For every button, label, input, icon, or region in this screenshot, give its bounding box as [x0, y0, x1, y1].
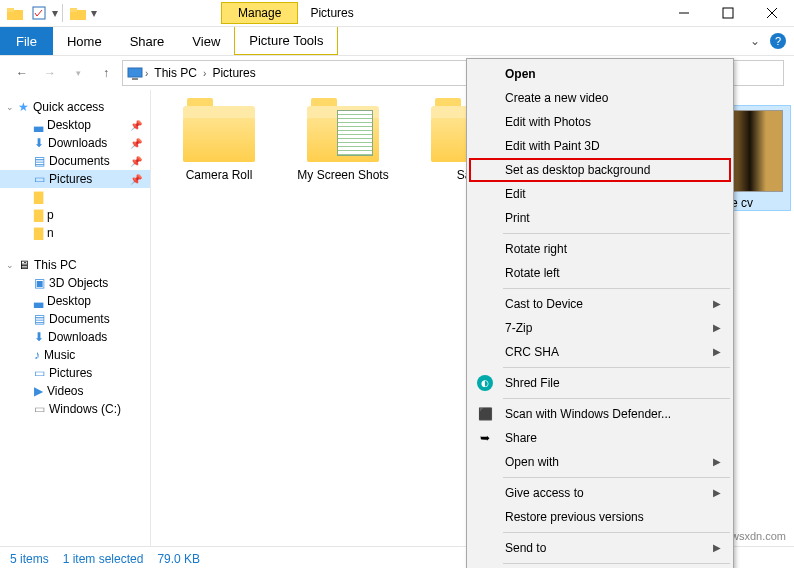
- crumb-this-pc[interactable]: This PC: [150, 64, 201, 82]
- folder-camera-roll[interactable]: Camera Roll: [171, 106, 267, 182]
- chevron-right-icon: ▶: [713, 456, 721, 467]
- download-icon: ⬇: [34, 330, 44, 344]
- label: Desktop: [47, 118, 91, 132]
- label: This PC: [34, 258, 77, 272]
- chevron-right-icon: ▶: [713, 298, 721, 309]
- nav-videos[interactable]: ▶Videos: [0, 382, 150, 400]
- nav-3d-objects[interactable]: ▣3D Objects: [0, 274, 150, 292]
- svg-rect-1: [7, 8, 14, 12]
- new-folder-icon[interactable]: [67, 2, 89, 24]
- ctx-7zip[interactable]: 7-Zip▶: [469, 316, 731, 340]
- separator: [503, 233, 730, 234]
- picture-tools-tab[interactable]: Picture Tools: [234, 27, 338, 55]
- folder-icon: ▇: [34, 208, 43, 222]
- nav-pictures[interactable]: ▭Pictures📌: [0, 170, 150, 188]
- qat-chevron2-icon[interactable]: ▾: [91, 6, 97, 20]
- ctx-cast[interactable]: Cast to Device▶: [469, 292, 731, 316]
- ctx-rotate-right[interactable]: Rotate right: [469, 237, 731, 261]
- label: Documents: [49, 312, 110, 326]
- navigation-pane: ⌄★Quick access ▃Desktop📌 ⬇Downloads📌 ▤Do…: [0, 90, 151, 546]
- star-icon: ★: [18, 100, 29, 114]
- status-size: 79.0 KB: [157, 552, 200, 566]
- nav-n[interactable]: ▇n: [0, 224, 150, 242]
- desktop-icon: ▃: [34, 118, 43, 132]
- nav-p[interactable]: ▇p: [0, 206, 150, 224]
- nav-music[interactable]: ♪Music: [0, 346, 150, 364]
- pc-icon: 🖥: [18, 258, 30, 272]
- pin-icon: 📌: [130, 120, 142, 131]
- ctx-create-video[interactable]: Create a new video: [469, 86, 731, 110]
- label: Pictures: [49, 172, 92, 186]
- nav-documents2[interactable]: ▤Documents: [0, 310, 150, 328]
- addr-chevron2-icon[interactable]: ›: [203, 68, 206, 79]
- home-tab[interactable]: Home: [53, 27, 116, 55]
- qat-chevron-icon[interactable]: ▾: [52, 6, 58, 20]
- pictures-icon: ▭: [34, 172, 45, 186]
- crumb-pictures[interactable]: Pictures: [208, 64, 259, 82]
- ctx-crc[interactable]: CRC SHA▶: [469, 340, 731, 364]
- ctx-rotate-left[interactable]: Rotate left: [469, 261, 731, 285]
- expand-ribbon-icon[interactable]: ⌄: [750, 34, 760, 48]
- label: Cast to Device: [505, 297, 583, 311]
- nav-pictures2[interactable]: ▭Pictures: [0, 364, 150, 382]
- back-button[interactable]: ←: [10, 61, 34, 85]
- forward-button[interactable]: →: [38, 61, 62, 85]
- ctx-set-desktop-background[interactable]: Set as desktop background: [469, 158, 731, 182]
- ctx-edit-photos[interactable]: Edit with Photos: [469, 110, 731, 134]
- status-selected: 1 item selected: [63, 552, 144, 566]
- ctx-print[interactable]: Print: [469, 206, 731, 230]
- label: Send to: [505, 541, 546, 555]
- nav-downloads2[interactable]: ⬇Downloads: [0, 328, 150, 346]
- ctx-edit[interactable]: Edit: [469, 182, 731, 206]
- ribbon: File Home Share View Picture Tools ⌄ ?: [0, 27, 794, 56]
- help-icon[interactable]: ?: [770, 33, 786, 49]
- ctx-sendto[interactable]: Send to▶: [469, 536, 731, 560]
- ctx-shred[interactable]: ◐Shred File: [469, 371, 731, 395]
- nav-downloads[interactable]: ⬇Downloads📌: [0, 134, 150, 152]
- ctx-share[interactable]: ➥Share: [469, 426, 731, 450]
- chevron-right-icon: ▶: [713, 322, 721, 333]
- nav-quick-access[interactable]: ⌄★Quick access: [0, 98, 150, 116]
- nav-desktop2[interactable]: ▃Desktop: [0, 292, 150, 310]
- up-button[interactable]: ↑: [94, 61, 118, 85]
- nav-documents[interactable]: ▤Documents📌: [0, 152, 150, 170]
- addr-chevron-icon[interactable]: ›: [145, 68, 148, 79]
- manage-tab[interactable]: Manage: [221, 2, 298, 24]
- maximize-button[interactable]: [706, 0, 750, 26]
- properties-icon[interactable]: [28, 2, 50, 24]
- separator: [503, 532, 730, 533]
- ctx-defender[interactable]: ⬛Scan with Windows Defender...: [469, 402, 731, 426]
- chevron-right-icon: ▶: [713, 346, 721, 357]
- close-button[interactable]: [750, 0, 794, 26]
- nav-folder[interactable]: ▇: [0, 188, 150, 206]
- separator: [503, 288, 730, 289]
- ctx-openwith[interactable]: Open with▶: [469, 450, 731, 474]
- share-tab[interactable]: Share: [116, 27, 179, 55]
- chevron-down-icon: ⌄: [6, 260, 14, 270]
- ctx-open[interactable]: Open: [469, 62, 731, 86]
- view-tab[interactable]: View: [178, 27, 234, 55]
- separator: [503, 563, 730, 564]
- recent-chevron-icon[interactable]: ▾: [66, 61, 90, 85]
- ctx-restore[interactable]: Restore previous versions: [469, 505, 731, 529]
- file-tab[interactable]: File: [0, 27, 53, 55]
- pictures-icon: ▭: [34, 366, 45, 380]
- minimize-button[interactable]: [662, 0, 706, 26]
- folder-screenshots[interactable]: My Screen Shots: [295, 106, 391, 182]
- label: Open: [505, 67, 536, 81]
- separator: [503, 477, 730, 478]
- ctx-paint3d[interactable]: Edit with Paint 3D: [469, 134, 731, 158]
- nav-windows-c[interactable]: ▭Windows (C:): [0, 400, 150, 418]
- shred-icon: ◐: [477, 375, 493, 391]
- label: 7-Zip: [505, 321, 532, 335]
- documents-icon: ▤: [34, 154, 45, 168]
- nav-desktop[interactable]: ▃Desktop📌: [0, 116, 150, 134]
- share-icon: ➥: [477, 430, 493, 446]
- ctx-give-access[interactable]: Give access to▶: [469, 481, 731, 505]
- cube-icon: ▣: [34, 276, 45, 290]
- contextual-tabs: Manage Pictures: [221, 2, 366, 24]
- nav-this-pc[interactable]: ⌄🖥This PC: [0, 256, 150, 274]
- quick-access-toolbar: ▾ ▾: [0, 2, 101, 24]
- download-icon: ⬇: [34, 136, 44, 150]
- label: CRC SHA: [505, 345, 559, 359]
